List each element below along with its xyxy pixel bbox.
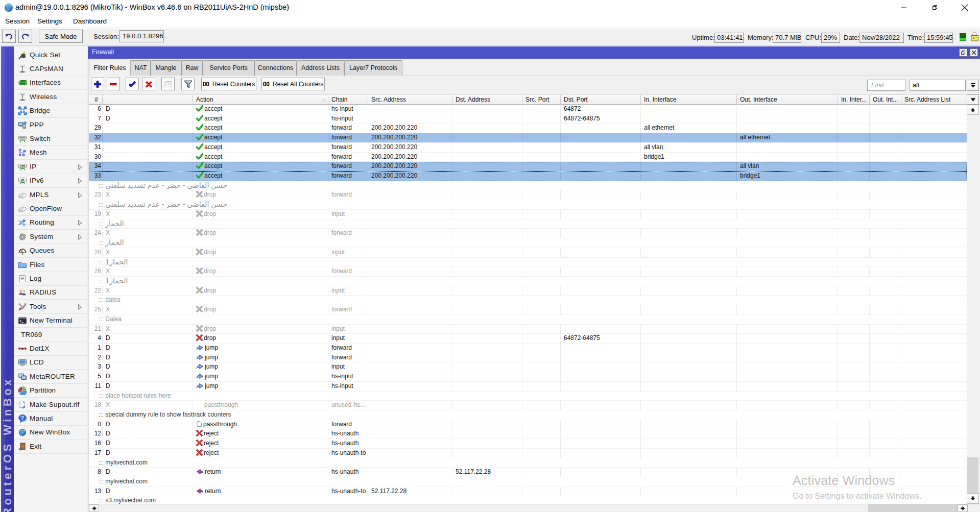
rule-row[interactable]: 24Xdropforward xyxy=(89,229,967,238)
sidebar-item-openflow[interactable]: OpenFlow xyxy=(14,202,87,216)
remove-rule-button[interactable] xyxy=(107,78,120,90)
sidebar-item-log[interactable]: Log xyxy=(14,272,87,286)
rule-row[interactable]: 32acceptforward200.200.200.220all ethern… xyxy=(89,133,967,143)
redo-button[interactable] xyxy=(18,30,32,43)
rule-row[interactable]: 2Djumpforward xyxy=(89,353,967,363)
scroll-left-button[interactable] xyxy=(89,504,99,512)
rule-row[interactable]: 19Xdropinput xyxy=(89,210,967,220)
rule-row[interactable]: 7Daccepths-input64872-64875 xyxy=(89,114,967,124)
comment-row[interactable]: ::: s3.mylivechat.com xyxy=(89,496,967,504)
firewall-restore-button[interactable] xyxy=(959,48,967,57)
comment-row[interactable]: ::: الحمار1 xyxy=(89,258,967,267)
column-header-src_address_list[interactable]: Src. Address List xyxy=(901,95,966,105)
sidebar-item-tr069[interactable]: TR069 xyxy=(14,328,87,342)
sidebar-item-manual[interactable]: ?Manual xyxy=(14,411,87,426)
rule-row[interactable]: 0Dpassthroughforward xyxy=(89,420,967,430)
enable-rule-button[interactable] xyxy=(126,78,139,90)
comment-button[interactable] xyxy=(161,78,175,90)
tab-filter-rules[interactable]: Filter Rules xyxy=(89,60,131,76)
rule-row[interactable]: 34acceptforward200.200.200.220all vlan xyxy=(89,162,967,172)
session-input[interactable]: 19.0.0.1:8296 xyxy=(119,30,164,42)
column-header-dst_address[interactable]: Dst. Address xyxy=(452,95,522,105)
safe-mode-button[interactable]: Safe Mode xyxy=(39,30,83,43)
close-button[interactable] xyxy=(953,0,976,15)
column-header-num[interactable]: # xyxy=(89,95,103,105)
comment-row[interactable]: ::: حسن القاضي - حضر - عدم تسديد سلفني xyxy=(89,200,967,210)
minimize-button[interactable] xyxy=(892,0,916,15)
tab-nat[interactable]: NAT xyxy=(131,60,151,76)
column-header-flags[interactable] xyxy=(103,95,193,105)
tab-raw[interactable]: Raw xyxy=(181,60,203,76)
vertical-scroll-thumb[interactable] xyxy=(967,457,978,493)
sidebar-item-interfaces[interactable]: Interfaces xyxy=(14,76,87,90)
column-header-src_port[interactable]: Src. Port xyxy=(522,95,561,105)
rule-row[interactable]: 17Drejecths-unauth-to xyxy=(89,449,967,458)
disable-rule-button[interactable] xyxy=(142,78,155,90)
sidebar-item-radius[interactable]: RADIUS xyxy=(14,285,87,300)
sidebar-item-make-supout-rif[interactable]: Make Supout.rif xyxy=(14,398,87,412)
comment-row[interactable]: ::: الحمار1 xyxy=(89,277,967,286)
comment-row[interactable]: ::: الحمار xyxy=(89,220,967,229)
filter-button[interactable] xyxy=(181,78,195,90)
sidebar-item-files[interactable]: Files xyxy=(14,258,87,272)
tab-mangle[interactable]: Mangle xyxy=(151,60,181,76)
column-header-out_interface_list[interactable]: Out. Int... xyxy=(870,95,901,105)
menu-settings[interactable]: Settings xyxy=(37,17,62,25)
rule-row[interactable]: 4Ddropinput64872-64875 xyxy=(89,334,967,344)
rule-row[interactable]: 21Xdropinput xyxy=(89,325,967,334)
rule-row[interactable]: 30acceptforward200.200.200.220bridge1 xyxy=(89,153,967,162)
sidebar-item-metarouter[interactable]: MetaROUTER xyxy=(14,370,87,384)
sidebar-item-mpls[interactable]: MPLS xyxy=(14,188,87,202)
rule-row[interactable]: 3Djumpinput xyxy=(89,362,967,372)
sidebar-item-queues[interactable]: Queues xyxy=(14,243,87,258)
comment-row[interactable]: ::: special dummy rule to show fasttrack… xyxy=(89,410,967,420)
sidebar-item-ipv6[interactable]: v6IPv6 xyxy=(14,174,87,188)
sidebar-item-system[interactable]: System xyxy=(14,230,87,244)
comment-row[interactable]: ::: حسن القاضي - حضر - عدم تسديد سلفني xyxy=(89,181,967,191)
sidebar-item-ip[interactable]: 255IP xyxy=(14,160,87,174)
vertical-scrollbar[interactable] xyxy=(967,105,979,504)
rule-row[interactable]: 16Drejecths-unauth xyxy=(89,439,967,449)
column-header-dst_port[interactable]: Dst. Port xyxy=(561,95,641,105)
sidebar-item-bridge[interactable]: Bridge xyxy=(14,104,87,118)
undo-button[interactable] xyxy=(2,30,16,43)
rule-row[interactable]: 5Djumphs-input xyxy=(89,372,967,382)
add-rule-button[interactable] xyxy=(91,78,104,90)
rule-row[interactable]: 20Xdropinput xyxy=(89,248,967,258)
sidebar-item-mesh[interactable]: Mesh xyxy=(14,145,87,160)
column-header-action[interactable]: Action xyxy=(193,95,328,105)
horizontal-scrollbar[interactable] xyxy=(89,504,979,512)
column-header-in_interface[interactable]: In. Interface xyxy=(641,95,737,105)
rule-row[interactable]: 13Dreturnhs-unauth-to52.117.22.28 xyxy=(89,487,967,497)
tab-connections[interactable]: Connections xyxy=(254,60,297,76)
reset-counters-button[interactable]: 00Reset Counters xyxy=(201,78,256,90)
column-header-out_interface[interactable]: Out. Interface xyxy=(737,95,838,105)
rule-row[interactable]: 25Xdropforward xyxy=(89,305,967,315)
scroll-up-button[interactable] xyxy=(967,105,979,115)
rule-row[interactable]: 18Xpassthroughunused-hs... xyxy=(89,401,967,410)
tab-service-ports[interactable]: Service Ports xyxy=(203,60,254,76)
menu-dashboard[interactable]: Dashboard xyxy=(73,17,107,25)
column-menu-button[interactable] xyxy=(967,94,979,105)
firewall-titlebar[interactable]: Firewall xyxy=(88,46,980,59)
menu-session[interactable]: Session xyxy=(5,17,30,25)
rule-row[interactable]: 8Dreturnhs-unauth52.117.22.28 xyxy=(89,468,967,477)
rule-row[interactable]: 12Drejecths-unauth xyxy=(89,429,967,439)
sidebar-item-capsman[interactable]: CAPsMAN xyxy=(14,62,87,76)
sidebar-item-exit[interactable]: Exit xyxy=(14,440,87,454)
rule-row[interactable]: 22Xdropinput xyxy=(89,286,967,296)
sidebar-item-new-terminal[interactable]: New Terminal xyxy=(14,313,87,328)
sidebar-item-lcd[interactable]: LCD xyxy=(14,355,87,370)
sidebar-item-quick-set[interactable]: Quick Set xyxy=(14,48,87,62)
column-header-chain[interactable]: Chain xyxy=(328,95,368,105)
rule-row[interactable]: 6Daccepths-input64872 xyxy=(89,105,967,114)
sidebar-item-partition[interactable]: Partition xyxy=(14,383,87,398)
comment-row[interactable]: ::: الحمار xyxy=(89,238,967,248)
comment-row[interactable]: ::: place hotspot rules here xyxy=(89,392,967,401)
rule-row[interactable]: 23Xdropforward xyxy=(89,190,967,200)
rule-row[interactable]: 26Xdropforward xyxy=(89,267,967,277)
rule-row[interactable]: 33acceptforward200.200.200.220bridge1 xyxy=(89,172,967,181)
sidebar-item-routing[interactable]: Routing xyxy=(14,215,87,230)
filter-dropdown-button[interactable] xyxy=(967,80,979,91)
comment-row[interactable]: ::: mylivechat.com xyxy=(89,458,967,468)
